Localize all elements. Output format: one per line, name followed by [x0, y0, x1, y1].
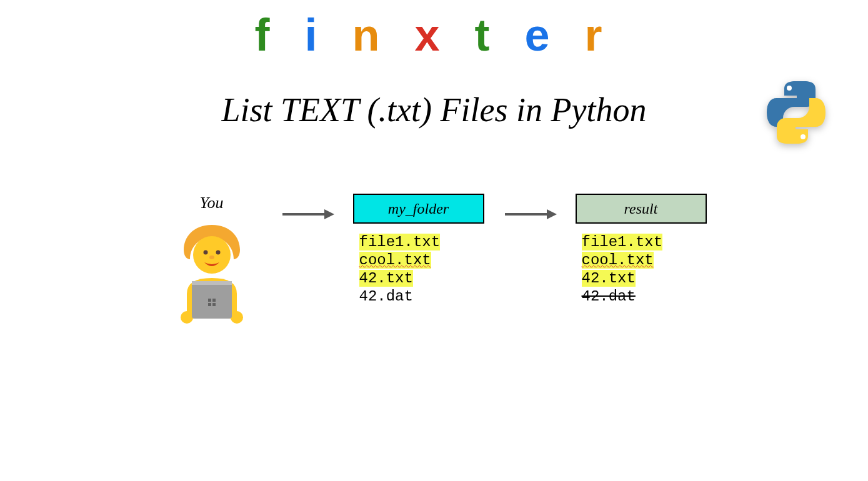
svg-point-1	[801, 134, 806, 139]
folder-label: my_folder	[388, 201, 449, 217]
page-title: List TEXT (.txt) Files in Python	[222, 91, 647, 129]
svg-rect-10	[208, 299, 211, 302]
folder-box: my_folder	[353, 194, 484, 224]
svg-point-3	[203, 250, 207, 255]
logo-letter-f: f	[254, 9, 281, 61]
folder-file: 42.txt	[359, 270, 413, 287]
svg-point-0	[787, 86, 792, 91]
svg-rect-11	[212, 299, 216, 302]
svg-point-6	[181, 311, 193, 324]
svg-point-2	[193, 236, 231, 274]
svg-rect-9	[192, 281, 232, 285]
you-label: You	[199, 194, 223, 212]
folder-file: 42.dat	[359, 288, 413, 305]
logo-letter-i: i	[304, 9, 328, 61]
result-box: result	[576, 194, 707, 224]
svg-rect-12	[208, 303, 211, 306]
result-file: cool.txt	[582, 252, 654, 269]
svg-point-7	[231, 311, 243, 324]
svg-rect-8	[192, 281, 232, 319]
diagram-container: You	[162, 194, 707, 325]
person-with-laptop-icon	[162, 219, 262, 325]
logo-letter-x: x	[414, 9, 451, 61]
svg-point-5	[209, 255, 214, 259]
svg-marker-15	[324, 209, 334, 219]
svg-point-4	[216, 250, 220, 255]
you-column: You	[162, 194, 262, 325]
folder-file-list: file1.txt cool.txt 42.txt 42.dat	[353, 234, 441, 305]
result-file: 42.txt	[582, 270, 636, 287]
logo-letter-e: e	[525, 9, 561, 61]
folder-file: cool.txt	[359, 252, 431, 269]
logo-letter-r: r	[585, 9, 614, 61]
result-file-list: file1.txt cool.txt 42.txt 42.dat	[576, 234, 663, 305]
folder-column: my_folder file1.txt cool.txt 42.txt 42.d…	[353, 194, 484, 305]
arrow-icon	[502, 205, 558, 224]
logo-letter-t: t	[475, 9, 501, 61]
arrow-icon	[279, 205, 336, 224]
result-file-excluded: 42.dat	[582, 288, 636, 305]
logo-letter-n: n	[352, 9, 391, 61]
result-column: result file1.txt cool.txt 42.txt 42.dat	[576, 194, 707, 305]
svg-rect-13	[212, 303, 216, 306]
python-logo-icon	[762, 78, 831, 147]
result-file: file1.txt	[582, 234, 663, 250]
svg-marker-17	[547, 209, 557, 219]
finxter-logo: f i n x t e r	[254, 9, 613, 61]
folder-file: file1.txt	[359, 234, 441, 250]
result-label: result	[624, 201, 658, 217]
